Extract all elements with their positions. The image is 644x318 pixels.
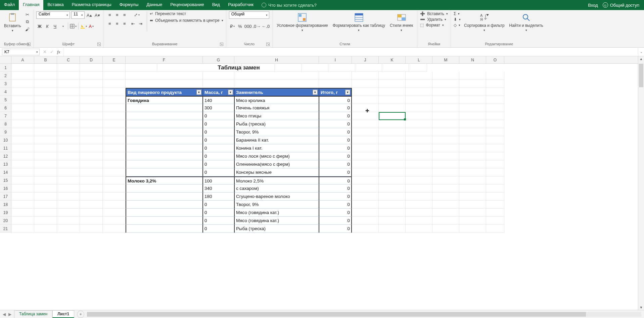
cell[interactable]	[459, 104, 486, 112]
cell[interactable]	[11, 64, 34, 72]
cell[interactable]	[406, 112, 432, 120]
cell[interactable]: 0	[319, 144, 352, 152]
row-header[interactable]: 21	[0, 225, 11, 233]
cell[interactable]	[11, 152, 34, 160]
cell[interactable]	[432, 128, 459, 136]
cell[interactable]	[103, 144, 126, 152]
cell[interactable]	[379, 72, 406, 80]
delete-cells-button[interactable]: ➖Удалить ▾	[420, 17, 448, 22]
cell[interactable]	[80, 225, 103, 233]
cell[interactable]	[432, 152, 459, 160]
cell[interactable]: Молоко 3,2%	[126, 176, 203, 184]
cell[interactable]	[319, 72, 352, 80]
cell[interactable]	[103, 209, 126, 217]
cell[interactable]	[11, 72, 34, 80]
cell[interactable]	[57, 160, 80, 168]
cell[interactable]	[103, 217, 126, 225]
cell[interactable]	[406, 72, 432, 80]
cell[interactable]	[80, 88, 103, 96]
cell[interactable]	[406, 225, 432, 233]
cell[interactable]	[80, 64, 103, 72]
cell[interactable]	[34, 184, 57, 193]
cell[interactable]	[432, 120, 459, 128]
cell[interactable]	[379, 128, 406, 136]
cell[interactable]	[432, 80, 459, 88]
cell[interactable]	[486, 209, 504, 217]
sheet-tab[interactable]: Таблица замен	[14, 310, 52, 318]
cell[interactable]	[379, 136, 406, 144]
cell[interactable]	[126, 136, 203, 144]
cell[interactable]	[57, 201, 80, 209]
cell[interactable]	[486, 176, 504, 184]
decrease-font-icon[interactable]: A▾	[94, 12, 101, 18]
cell[interactable]	[234, 72, 319, 80]
cell[interactable]	[126, 184, 203, 193]
cell[interactable]: Говядина	[126, 96, 203, 104]
cell[interactable]	[34, 96, 57, 104]
menu-tab-Рецензирование[interactable]: Рецензирование	[166, 0, 208, 10]
row-header[interactable]: 16	[0, 184, 11, 193]
cell[interactable]	[34, 128, 57, 136]
dialog-launcher-icon[interactable]: ↘	[220, 43, 223, 46]
cell[interactable]	[126, 120, 203, 128]
cell[interactable]	[80, 136, 103, 144]
cell[interactable]: Мясо птицы	[234, 112, 319, 120]
increase-font-icon[interactable]: A▴	[86, 12, 93, 18]
row-header[interactable]: 17	[0, 193, 11, 201]
align-left-icon[interactable]: ≡	[106, 20, 113, 27]
cell[interactable]	[432, 209, 459, 217]
cell[interactable]	[319, 80, 352, 88]
cell[interactable]	[57, 120, 80, 128]
cell[interactable]	[352, 201, 379, 209]
cell[interactable]	[103, 225, 126, 233]
cell[interactable]: 0	[319, 160, 352, 168]
increase-decimal-icon[interactable]: .0→	[252, 23, 261, 30]
cell[interactable]: с сахаром)	[234, 184, 319, 193]
cell[interactable]	[126, 152, 203, 160]
cut-icon[interactable]: ✂	[25, 11, 31, 17]
cell[interactable]	[34, 152, 57, 160]
cell[interactable]	[459, 193, 486, 201]
cell[interactable]	[11, 120, 34, 128]
cell[interactable]	[486, 72, 504, 80]
cell[interactable]	[432, 201, 459, 209]
cell[interactable]	[459, 176, 486, 184]
cell[interactable]	[57, 112, 80, 120]
cell[interactable]	[352, 193, 379, 201]
horizontal-scrollbar[interactable]	[87, 312, 641, 317]
cell[interactable]	[11, 209, 34, 217]
cell[interactable]	[406, 104, 432, 112]
cell[interactable]	[379, 225, 406, 233]
align-bottom-icon[interactable]: ≡	[121, 11, 128, 18]
cell[interactable]	[34, 225, 57, 233]
cell[interactable]	[406, 176, 432, 184]
cell[interactable]	[486, 184, 504, 193]
cell[interactable]	[432, 136, 459, 144]
cell[interactable]	[379, 80, 406, 88]
vertical-scrollbar[interactable]: ▲ ▼	[638, 56, 644, 310]
cell[interactable]	[34, 193, 57, 201]
align-right-icon[interactable]: ≡	[121, 20, 128, 27]
number-format-select[interactable]: Общий▾	[229, 11, 269, 19]
percent-format-icon[interactable]: %	[237, 23, 243, 30]
cell[interactable]	[406, 128, 432, 136]
formula-input[interactable]	[63, 48, 638, 56]
cell[interactable]	[34, 104, 57, 112]
cell[interactable]: 300	[203, 104, 234, 112]
cell[interactable]	[486, 217, 504, 225]
cell[interactable]	[126, 225, 203, 233]
cell[interactable]	[34, 217, 57, 225]
cell[interactable]	[406, 160, 432, 168]
decrease-indent-icon[interactable]: ⇤	[130, 20, 137, 27]
align-center-icon[interactable]: ≡	[114, 20, 121, 27]
cell[interactable]	[11, 193, 34, 201]
cell[interactable]	[432, 104, 459, 112]
cell[interactable]	[486, 80, 504, 88]
name-box[interactable]: K7▾	[2, 49, 40, 55]
cell[interactable]	[459, 209, 486, 217]
format-cells-button[interactable]: ⬚Формат ▾	[420, 23, 448, 28]
cell[interactable]	[432, 184, 459, 193]
cell[interactable]	[406, 201, 432, 209]
cell[interactable]	[406, 168, 432, 176]
cell[interactable]	[80, 144, 103, 152]
